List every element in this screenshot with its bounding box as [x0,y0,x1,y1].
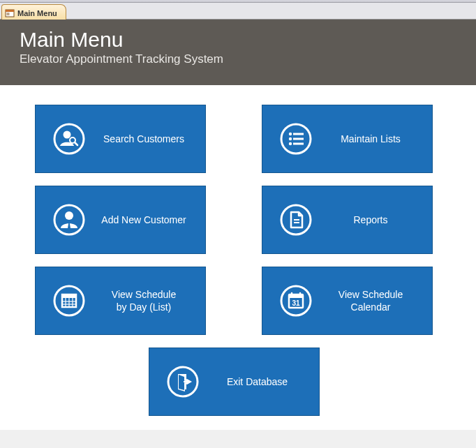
svg-rect-23 [62,294,76,298]
tab-row: Main Menu [0,3,476,20]
form-icon [5,8,15,18]
search-person-icon [50,123,89,155]
svg-point-5 [64,131,71,139]
calendar-day-icon: 31 [276,285,315,317]
tile-label: Add New Customer [98,214,189,226]
content-area: Search Customers Maintain Lists [0,85,476,430]
svg-rect-3 [7,14,10,15]
tile-label: Exit Database [212,375,303,388]
tile-grid: Search Customers Maintain Lists [35,105,441,416]
header-band: Main Menu Elevator Appointment Tracking … [0,20,476,85]
tile-add-customer[interactable]: Add New Customer [35,186,206,254]
tile-maintain-lists[interactable]: Maintain Lists [262,105,433,173]
tile-reports[interactable]: Reports [262,186,433,254]
svg-rect-12 [293,138,304,140]
svg-point-13 [289,142,292,145]
svg-rect-1 [6,10,14,12]
document-icon [276,204,315,236]
tile-label: Maintain Lists [325,133,416,145]
svg-rect-17 [68,221,70,223]
tile-search-customers[interactable]: Search Customers [35,105,206,173]
tab-label: Main Menu [17,9,57,17]
svg-rect-10 [293,133,304,135]
svg-point-4 [54,124,84,154]
tile-schedule-day[interactable]: View Scheduleby Day (List) [35,267,206,335]
svg-text:31: 31 [292,299,300,307]
tab-main-menu[interactable]: Main Menu [1,4,66,20]
tile-label: View ScheduleCalendar [325,288,416,313]
svg-rect-2 [7,13,10,13]
tile-label: View Scheduleby Day (List) [98,288,189,313]
calendar-grid-icon [50,285,89,317]
svg-rect-37 [185,381,188,383]
svg-line-7 [75,142,77,145]
person-icon [50,204,89,236]
svg-point-11 [289,137,292,140]
tile-schedule-calendar[interactable]: 31 View ScheduleCalendar [262,267,433,335]
tile-exit-database[interactable]: Exit Database [149,348,320,416]
svg-point-9 [289,133,292,135]
svg-point-16 [65,211,73,220]
svg-rect-14 [293,143,304,145]
tile-label: Search Customers [98,133,189,145]
page-subtitle: Elevator Appointment Tracking System [20,52,456,66]
page-title: Main Menu [20,28,456,51]
tile-label: Reports [325,214,416,226]
list-icon [276,123,315,155]
exit-icon [163,366,202,398]
